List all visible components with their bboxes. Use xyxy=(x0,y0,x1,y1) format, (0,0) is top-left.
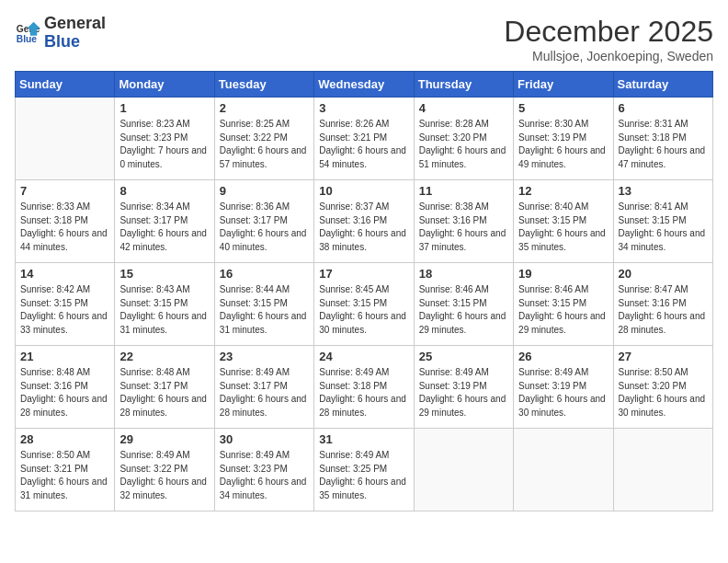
day-info: Sunrise: 8:46 AM Sunset: 3:15 PM Dayligh… xyxy=(518,283,608,337)
day-number: 29 xyxy=(119,432,209,446)
weekday-header-friday: Friday xyxy=(514,72,613,98)
day-number: 23 xyxy=(220,350,309,363)
day-number: 20 xyxy=(619,267,708,281)
day-number: 6 xyxy=(619,101,708,115)
day-number: 8 xyxy=(119,184,209,198)
day-info: Sunrise: 8:44 AM Sunset: 3:15 PM Dayligh… xyxy=(220,283,309,337)
calendar-cell: 10Sunrise: 8:37 AM Sunset: 3:16 PM Dayli… xyxy=(314,180,414,263)
calendar-cell: 17Sunrise: 8:45 AM Sunset: 3:15 PM Dayli… xyxy=(314,263,414,346)
calendar-cell: 22Sunrise: 8:48 AM Sunset: 3:17 PM Dayli… xyxy=(115,346,214,429)
day-number: 12 xyxy=(518,184,608,198)
weekday-header-wednesday: Wednesday xyxy=(314,72,414,98)
calendar-cell: 24Sunrise: 8:49 AM Sunset: 3:18 PM Dayli… xyxy=(314,346,414,429)
day-number: 1 xyxy=(119,101,209,115)
calendar-cell: 19Sunrise: 8:46 AM Sunset: 3:15 PM Dayli… xyxy=(514,263,613,346)
day-info: Sunrise: 8:37 AM Sunset: 3:16 PM Dayligh… xyxy=(319,201,408,254)
calendar-cell: 8Sunrise: 8:34 AM Sunset: 3:17 PM Daylig… xyxy=(115,180,214,263)
day-number: 17 xyxy=(319,267,408,281)
day-number: 10 xyxy=(319,184,408,198)
calendar-week-3: 14Sunrise: 8:42 AM Sunset: 3:15 PM Dayli… xyxy=(16,263,713,346)
day-info: Sunrise: 8:50 AM Sunset: 3:21 PM Dayligh… xyxy=(20,449,109,502)
day-number: 15 xyxy=(119,267,209,281)
calendar-cell: 16Sunrise: 8:44 AM Sunset: 3:15 PM Dayli… xyxy=(214,263,313,346)
day-info: Sunrise: 8:49 AM Sunset: 3:18 PM Dayligh… xyxy=(319,366,408,419)
weekday-header-saturday: Saturday xyxy=(613,72,712,98)
calendar-cell xyxy=(414,429,513,511)
day-info: Sunrise: 8:46 AM Sunset: 3:15 PM Dayligh… xyxy=(419,283,508,337)
day-info: Sunrise: 8:28 AM Sunset: 3:20 PM Dayligh… xyxy=(419,118,508,171)
day-info: Sunrise: 8:47 AM Sunset: 3:16 PM Dayligh… xyxy=(619,283,708,337)
calendar-cell: 7Sunrise: 8:33 AM Sunset: 3:18 PM Daylig… xyxy=(16,180,115,263)
calendar-week-5: 28Sunrise: 8:50 AM Sunset: 3:21 PM Dayli… xyxy=(16,429,713,511)
calendar-cell xyxy=(613,429,712,511)
calendar-cell: 11Sunrise: 8:38 AM Sunset: 3:16 PM Dayli… xyxy=(414,180,513,263)
day-info: Sunrise: 8:31 AM Sunset: 3:18 PM Dayligh… xyxy=(619,118,708,171)
logo-general-text: General xyxy=(44,14,106,32)
day-number: 24 xyxy=(319,350,408,363)
day-number: 31 xyxy=(319,432,408,446)
calendar-cell: 26Sunrise: 8:49 AM Sunset: 3:19 PM Dayli… xyxy=(514,346,613,429)
calendar-cell: 21Sunrise: 8:48 AM Sunset: 3:16 PM Dayli… xyxy=(16,346,115,429)
day-info: Sunrise: 8:49 AM Sunset: 3:25 PM Dayligh… xyxy=(319,449,408,502)
calendar-cell: 29Sunrise: 8:49 AM Sunset: 3:22 PM Dayli… xyxy=(115,429,214,511)
weekday-header-row: SundayMondayTuesdayWednesdayThursdayFrid… xyxy=(16,72,713,98)
day-info: Sunrise: 8:48 AM Sunset: 3:17 PM Dayligh… xyxy=(119,366,209,419)
page-header: General Blue General Blue December 2025 … xyxy=(15,15,713,63)
day-number: 28 xyxy=(20,432,109,446)
calendar-cell: 3Sunrise: 8:26 AM Sunset: 3:21 PM Daylig… xyxy=(314,98,414,180)
location: Mullsjoe, Joenkoeping, Sweden xyxy=(504,49,713,63)
day-info: Sunrise: 8:36 AM Sunset: 3:17 PM Dayligh… xyxy=(220,201,309,254)
day-number: 30 xyxy=(220,432,309,446)
day-number: 25 xyxy=(419,350,508,363)
day-number: 14 xyxy=(20,267,109,281)
day-number: 5 xyxy=(518,101,608,115)
day-info: Sunrise: 8:34 AM Sunset: 3:17 PM Dayligh… xyxy=(119,201,209,254)
day-info: Sunrise: 8:50 AM Sunset: 3:20 PM Dayligh… xyxy=(619,366,708,419)
day-number: 19 xyxy=(518,267,608,281)
logo-blue-text: Blue xyxy=(44,32,80,51)
logo: General Blue General Blue xyxy=(15,15,106,52)
day-info: Sunrise: 8:49 AM Sunset: 3:19 PM Dayligh… xyxy=(419,366,508,419)
calendar-cell xyxy=(514,429,613,511)
day-info: Sunrise: 8:26 AM Sunset: 3:21 PM Dayligh… xyxy=(319,118,408,171)
calendar-cell: 23Sunrise: 8:49 AM Sunset: 3:17 PM Dayli… xyxy=(214,346,313,429)
day-info: Sunrise: 8:49 AM Sunset: 3:23 PM Dayligh… xyxy=(220,449,309,502)
weekday-header-tuesday: Tuesday xyxy=(214,72,313,98)
calendar-week-2: 7Sunrise: 8:33 AM Sunset: 3:18 PM Daylig… xyxy=(16,180,713,263)
day-number: 16 xyxy=(220,267,309,281)
calendar-cell: 15Sunrise: 8:43 AM Sunset: 3:15 PM Dayli… xyxy=(115,263,214,346)
day-number: 18 xyxy=(419,267,508,281)
weekday-header-sunday: Sunday xyxy=(16,72,115,98)
day-number: 2 xyxy=(220,101,309,115)
day-number: 22 xyxy=(119,350,209,363)
calendar-cell: 14Sunrise: 8:42 AM Sunset: 3:15 PM Dayli… xyxy=(16,263,115,346)
day-info: Sunrise: 8:33 AM Sunset: 3:18 PM Dayligh… xyxy=(20,201,109,254)
day-info: Sunrise: 8:48 AM Sunset: 3:16 PM Dayligh… xyxy=(20,366,109,419)
logo-icon: General Blue xyxy=(15,20,40,46)
calendar-cell: 27Sunrise: 8:50 AM Sunset: 3:20 PM Dayli… xyxy=(613,346,712,429)
day-number: 11 xyxy=(419,184,508,198)
day-number: 7 xyxy=(20,184,109,198)
day-info: Sunrise: 8:45 AM Sunset: 3:15 PM Dayligh… xyxy=(319,283,408,337)
title-block: December 2025 Mullsjoe, Joenkoeping, Swe… xyxy=(504,15,713,63)
calendar-table: SundayMondayTuesdayWednesdayThursdayFrid… xyxy=(15,71,713,511)
calendar-cell: 28Sunrise: 8:50 AM Sunset: 3:21 PM Dayli… xyxy=(16,429,115,511)
day-info: Sunrise: 8:42 AM Sunset: 3:15 PM Dayligh… xyxy=(20,283,109,337)
day-info: Sunrise: 8:40 AM Sunset: 3:15 PM Dayligh… xyxy=(518,201,608,254)
day-number: 27 xyxy=(619,350,708,363)
day-info: Sunrise: 8:49 AM Sunset: 3:22 PM Dayligh… xyxy=(119,449,209,502)
day-info: Sunrise: 8:30 AM Sunset: 3:19 PM Dayligh… xyxy=(518,118,608,171)
calendar-cell xyxy=(16,98,115,180)
calendar-cell: 6Sunrise: 8:31 AM Sunset: 3:18 PM Daylig… xyxy=(613,98,712,180)
day-info: Sunrise: 8:25 AM Sunset: 3:22 PM Dayligh… xyxy=(220,118,309,171)
calendar-header: SundayMondayTuesdayWednesdayThursdayFrid… xyxy=(16,72,713,98)
calendar-cell: 9Sunrise: 8:36 AM Sunset: 3:17 PM Daylig… xyxy=(214,180,313,263)
calendar-cell: 12Sunrise: 8:40 AM Sunset: 3:15 PM Dayli… xyxy=(514,180,613,263)
calendar-cell: 25Sunrise: 8:49 AM Sunset: 3:19 PM Dayli… xyxy=(414,346,513,429)
calendar-cell: 1Sunrise: 8:23 AM Sunset: 3:23 PM Daylig… xyxy=(115,98,214,180)
month-title: December 2025 xyxy=(504,15,713,49)
calendar-body: 1Sunrise: 8:23 AM Sunset: 3:23 PM Daylig… xyxy=(16,98,713,511)
day-number: 21 xyxy=(20,350,109,363)
svg-text:Blue: Blue xyxy=(17,34,38,44)
calendar-cell: 2Sunrise: 8:25 AM Sunset: 3:22 PM Daylig… xyxy=(214,98,313,180)
